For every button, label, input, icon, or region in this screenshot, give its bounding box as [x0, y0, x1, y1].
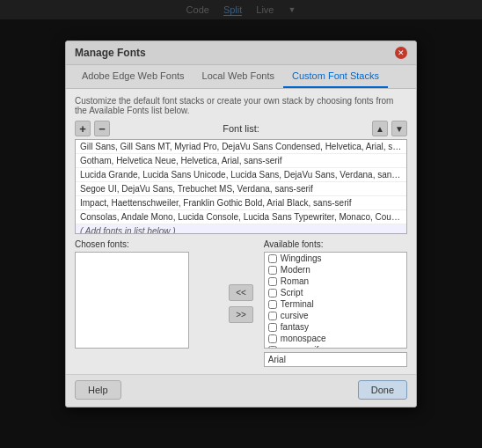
- avail-checkbox[interactable]: [268, 346, 277, 349]
- dialog-tabs: Adobe Edge Web Fonts Local Web Fonts Cus…: [66, 65, 416, 89]
- help-button[interactable]: Help: [75, 380, 121, 400]
- available-fonts-box[interactable]: Wingdings Modern Roman Script Terminal c…: [264, 252, 407, 349]
- avail-checkbox[interactable]: [268, 300, 277, 309]
- font-list-toolbar: + − Font list: ▲ ▼: [75, 121, 407, 136]
- dialog-titlebar: Manage Fonts ✕: [66, 41, 416, 65]
- font-stacks-list[interactable]: Gill Sans, Gill Sans MT, Myriad Pro, Dej…: [75, 139, 407, 234]
- avail-item[interactable]: Script: [265, 287, 406, 298]
- avail-item[interactable]: Roman: [265, 275, 406, 287]
- arrows-section: << >>: [225, 239, 257, 367]
- tab-custom-font-stacks[interactable]: Custom Font Stacks: [283, 65, 388, 88]
- bottom-section: Chosen fonts: << >> Available fonts: Win…: [75, 239, 407, 367]
- avail-item[interactable]: Wingdings: [265, 253, 406, 264]
- avail-item[interactable]: Terminal: [265, 298, 406, 310]
- move-left-button[interactable]: <<: [229, 284, 253, 301]
- avail-checkbox[interactable]: [268, 334, 277, 343]
- stack-item[interactable]: Lucida Grande, Lucida Sans Unicode, Luci…: [76, 168, 406, 182]
- font-input-row: [264, 352, 407, 367]
- stack-item[interactable]: Segoe UI, DejaVu Sans, Trebuchet MS, Ver…: [76, 182, 406, 196]
- avail-item[interactable]: fantasy: [265, 321, 406, 333]
- avail-item[interactable]: sans-serif: [265, 344, 406, 349]
- avail-checkbox[interactable]: [268, 266, 277, 275]
- avail-checkbox[interactable]: [268, 289, 277, 297]
- avail-checkbox[interactable]: [268, 277, 277, 286]
- avail-checkbox[interactable]: [268, 254, 277, 263]
- tab-local-web-fonts[interactable]: Local Web Fonts: [194, 65, 283, 88]
- description-text: Customize the default font stacks or cre…: [75, 96, 407, 115]
- dialog-overlay: Manage Fonts ✕ Adobe Edge Web Fonts Loca…: [0, 0, 482, 448]
- tab-adobe-edge-web-fonts[interactable]: Adobe Edge Web Fonts: [73, 65, 194, 88]
- available-fonts-label: Available fonts:: [264, 239, 407, 249]
- dialog-footer: Help Done: [66, 374, 416, 407]
- close-button[interactable]: ✕: [395, 47, 407, 59]
- add-stack-button[interactable]: +: [75, 121, 91, 136]
- available-fonts-section: Available fonts: Wingdings Modern Roman …: [264, 239, 407, 367]
- avail-checkbox[interactable]: [268, 323, 277, 332]
- avail-item[interactable]: monospace: [265, 333, 406, 344]
- move-right-button[interactable]: >>: [229, 306, 253, 323]
- chosen-fonts-label: Chosen fonts:: [75, 239, 218, 249]
- remove-stack-button[interactable]: −: [94, 121, 110, 136]
- sort-down-icon[interactable]: ▼: [391, 121, 407, 136]
- font-name-input[interactable]: [264, 352, 407, 367]
- add-fonts-item[interactable]: ( Add fonts in list below ): [76, 224, 406, 234]
- avail-item[interactable]: Modern: [265, 264, 406, 275]
- font-list-section: + − Font list: ▲ ▼ Gill Sans, Gill Sans …: [75, 121, 407, 234]
- manage-fonts-dialog: Manage Fonts ✕ Adobe Edge Web Fonts Loca…: [65, 40, 417, 408]
- dialog-title: Manage Fonts: [75, 47, 146, 59]
- avail-checkbox[interactable]: [268, 312, 277, 320]
- font-list-label: Font list:: [113, 123, 369, 134]
- sort-up-icon[interactable]: ▲: [372, 121, 388, 136]
- stack-item[interactable]: Impact, Haettenschweiler, Franklin Gothi…: [76, 196, 406, 210]
- dialog-body: Customize the default font stacks or cre…: [66, 89, 416, 374]
- stack-item[interactable]: Consolas, Andale Mono, Lucida Console, L…: [76, 210, 406, 224]
- stack-item[interactable]: Gotham, Helvetica Neue, Helvetica, Arial…: [76, 154, 406, 168]
- avail-item[interactable]: cursive: [265, 310, 406, 321]
- stack-item[interactable]: Gill Sans, Gill Sans MT, Myriad Pro, Dej…: [76, 140, 406, 154]
- chosen-fonts-box[interactable]: [75, 252, 189, 349]
- chosen-fonts-section: Chosen fonts:: [75, 239, 218, 367]
- done-button[interactable]: Done: [358, 380, 407, 400]
